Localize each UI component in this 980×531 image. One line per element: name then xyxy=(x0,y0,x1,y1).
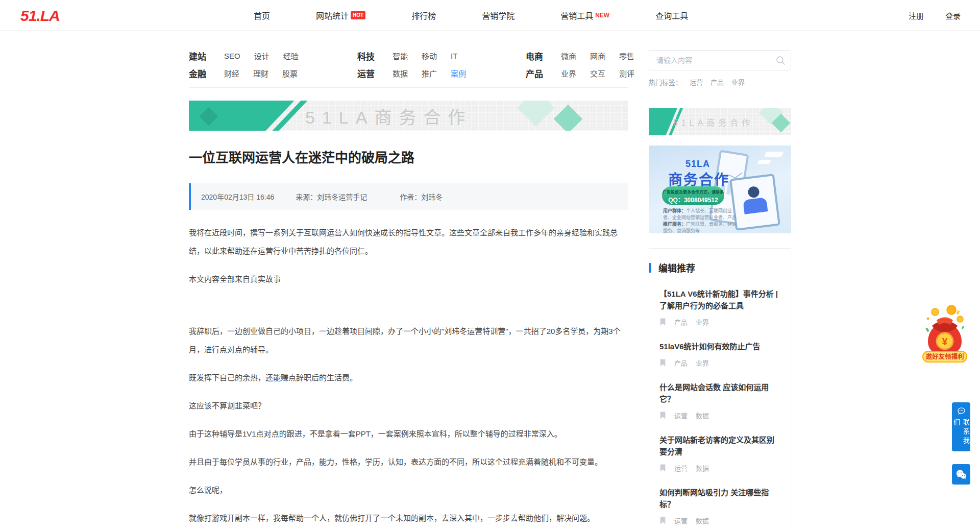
recommend-item-title[interactable]: 如何判断网站吸引力 关注哪些指标？ xyxy=(659,487,780,510)
top-bar: 51.LA 首页 网站统计HOT 排行榜 营销学院 营销工具NEW 查询工具 注… xyxy=(0,0,980,31)
nav-item-site-stats[interactable]: 网站统计HOT xyxy=(316,9,365,21)
article-date: 2020年02月13日 16:46 xyxy=(201,191,274,202)
recommend-header-label: 编辑推荐 xyxy=(658,261,695,274)
category-title[interactable]: 电商 xyxy=(526,50,543,62)
nav-item-rankings[interactable]: 排行榜 xyxy=(411,9,436,21)
article-body: 我将在近段时间，撰写一系列关于互联网运营人如何快速成长的指导性文章。这些文章全部… xyxy=(189,224,628,527)
recommend-tag[interactable]: 运营 xyxy=(674,516,688,525)
nav-item-marketing-academy[interactable]: 营销学院 xyxy=(482,9,514,21)
nav-item-home[interactable]: 首页 xyxy=(254,9,270,21)
recommend-tag[interactable]: 运营 xyxy=(674,411,688,420)
recommend-tag[interactable]: 数据 xyxy=(696,463,709,473)
recommend-tag[interactable]: 数据 xyxy=(696,411,709,420)
category-link[interactable]: 推广 xyxy=(422,68,437,79)
category-link[interactable]: 数据 xyxy=(393,68,408,79)
category-link[interactable]: IT xyxy=(451,52,457,60)
article-paragraph: 我将在近段时间，撰写一系列关于互联网运营人如何快速成长的指导性文章。这些文章全部… xyxy=(189,224,628,260)
category-title[interactable]: 建站 xyxy=(189,50,206,62)
category-link[interactable]: 智能 xyxy=(393,51,408,61)
recommend-item-tags: 产品 业界 xyxy=(659,317,780,327)
article-paragraph: 本文内容全部来自真实故事 xyxy=(189,270,628,288)
category-link[interactable]: 经验 xyxy=(283,51,299,61)
hot-tag[interactable]: 产品 xyxy=(710,77,724,87)
category-link[interactable]: SEO xyxy=(224,52,240,60)
hot-tag[interactable]: 运营 xyxy=(690,77,703,87)
search-box xyxy=(649,50,791,70)
ad-desc-label: 推广服务： xyxy=(663,222,686,227)
category-link[interactable]: 移动 xyxy=(422,51,437,61)
chat-bubble-icon xyxy=(957,407,966,416)
category-link[interactable]: 微商 xyxy=(561,51,576,61)
recommend-item-title[interactable]: 【51LA V6统计新功能】事件分析 | 了解用户行为的必备工具 xyxy=(659,288,780,311)
article-source: 来源：刘玮冬运营手记 xyxy=(296,191,367,202)
category-link[interactable]: 零售 xyxy=(619,51,634,61)
recommend-tag[interactable]: 产品 xyxy=(674,358,688,368)
category-link[interactable]: 网商 xyxy=(590,51,605,61)
main-column: 建站 SEO 设计 经验 金融 财经 理财 股票 科技 智能 移动 IT xyxy=(189,50,628,531)
register-link[interactable]: 注册 xyxy=(909,10,924,21)
hot-tag[interactable]: 业界 xyxy=(731,77,745,87)
contact-us-label: 联系我们 xyxy=(951,419,971,451)
ad-pill-text: 广告投放及更多合作方式，请联系 xyxy=(662,189,724,195)
site-logo[interactable]: 51.LA xyxy=(20,7,60,25)
bookmark-icon xyxy=(659,517,666,524)
category-row: 科技 智能 移动 IT xyxy=(357,50,526,61)
bookmark-icon xyxy=(659,359,666,367)
search-icon[interactable] xyxy=(775,55,786,65)
article-paragraph: 就像打游戏开副本一样，我每帮助一个人，就仿佛打开了一个未知的副本，去深入其中，一… xyxy=(189,509,628,527)
category-link[interactable]: 股票 xyxy=(282,68,298,79)
nav-label: 营销工具 xyxy=(560,9,593,21)
invite-reward-label: 邀好友领福利 xyxy=(925,353,964,360)
category-link[interactable]: 交互 xyxy=(590,68,605,79)
nav-label: 首页 xyxy=(254,9,270,21)
category-link[interactable]: 理财 xyxy=(253,68,268,79)
category-link[interactable]: 财经 xyxy=(224,68,239,79)
wechat-button[interactable] xyxy=(952,464,970,485)
category-link[interactable]: 设计 xyxy=(254,51,270,61)
banner-text: 51LA商务合作 xyxy=(305,103,472,128)
category-nav: 建站 SEO 设计 经验 金融 财经 理财 股票 科技 智能 移动 IT xyxy=(189,50,628,85)
category-title[interactable]: 运营 xyxy=(357,67,375,80)
recommend-item-tags: 运营 数据 xyxy=(659,411,780,420)
category-link[interactable]: 业界 xyxy=(561,68,576,79)
recommend-tag[interactable]: 数据 xyxy=(696,516,709,525)
category-title[interactable]: 金融 xyxy=(189,67,206,80)
ad-qq-number: QQ：3008049512 xyxy=(662,195,724,204)
category-link[interactable]: 测评 xyxy=(619,68,634,79)
recommend-tag[interactable]: 运营 xyxy=(674,463,688,473)
recommend-item-title[interactable]: 关于网站新老访客的定义及其区别要分清 xyxy=(659,434,780,457)
promo-banner-side-large[interactable]: 51LA 商务合作 广告投放及更多合作方式，请联系 QQ：3008049512 … xyxy=(649,146,791,233)
contact-us-button[interactable]: 联系我们 xyxy=(952,402,970,451)
person-body xyxy=(743,197,768,214)
recommend-tag[interactable]: 产品 xyxy=(674,317,688,327)
recommend-tag[interactable]: 业界 xyxy=(696,317,709,327)
bookmark-icon xyxy=(659,412,666,419)
bookmark-icon xyxy=(659,464,666,472)
category-row: 运营 数据 推广 案例 xyxy=(357,67,526,79)
recommend-item: 【51LA V6统计新功能】事件分析 | 了解用户行为的必备工具 产品 业界 xyxy=(659,288,780,327)
recommend-item-tags: 运营 数据 xyxy=(659,463,780,473)
recommend-tag[interactable]: 业界 xyxy=(696,358,709,368)
ad-description: 推广服务：广告联盟、云服务、建站服务、营销服务等 xyxy=(663,221,740,233)
login-link[interactable]: 登录 xyxy=(945,10,961,21)
nav-item-query-tools[interactable]: 查询工具 xyxy=(655,9,688,21)
nav-label: 排行榜 xyxy=(411,9,436,21)
promo-banner-side-small[interactable]: 51LA商务合作 xyxy=(649,108,791,135)
article-paragraph: 怎么说呢， xyxy=(189,481,628,499)
banner-diamond xyxy=(554,105,583,131)
nav-label: 查询工具 xyxy=(655,9,688,21)
auth-links: 注册 登录 xyxy=(909,0,961,31)
decor-shape xyxy=(757,160,771,164)
promo-banner-main[interactable]: 51LA商务合作 xyxy=(189,101,628,131)
recommend-item-title[interactable]: 51laV6统计如何有效防止广告 xyxy=(659,341,780,352)
hot-badge: HOT xyxy=(351,11,365,19)
recommend-item-title[interactable]: 什么是网站会话数 应该如何运用它？ xyxy=(659,381,780,405)
category-title[interactable]: 产品 xyxy=(526,67,543,80)
new-badge: NEW xyxy=(595,12,609,19)
invite-reward-widget[interactable]: ¥ 邀好友领福利 xyxy=(921,305,968,364)
category-row: 产品 业界 交互 测评 xyxy=(526,67,628,79)
nav-item-marketing-tools[interactable]: 营销工具NEW xyxy=(560,9,609,21)
search-input[interactable] xyxy=(649,51,791,70)
category-link-active[interactable]: 案例 xyxy=(451,68,466,79)
category-title[interactable]: 科技 xyxy=(357,50,375,62)
